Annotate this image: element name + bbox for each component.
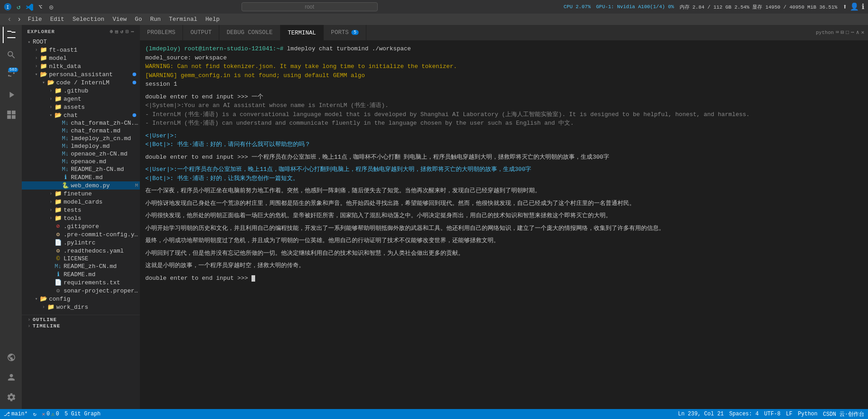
terminal-output[interactable]: (lmdeploy) root@intern-studio-121041:~# … xyxy=(140,41,868,409)
upload-icon[interactable]: ⬆ xyxy=(843,2,847,11)
sidebar-item-personal-assistant[interactable]: ▾ 📂 personal_assistant xyxy=(22,70,140,78)
run-debug-icon[interactable] xyxy=(3,87,19,103)
status-bar-right: Ln 239, Col 21 Spaces: 4 UTF-8 LF Python… xyxy=(678,410,865,418)
sidebar-item-work-dirs[interactable]: › 📁 work_dirs xyxy=(22,303,140,311)
timeline-header[interactable]: › TIMELINE xyxy=(22,323,140,329)
menu-help[interactable]: Help xyxy=(202,15,223,24)
nav-back[interactable]: ‹ xyxy=(5,15,14,24)
info-icon[interactable]: ℹ xyxy=(862,2,864,11)
git-branch[interactable]: ⎇ main* xyxy=(4,411,28,418)
git-branch-icon: ⎇ xyxy=(4,411,10,418)
tab-debug-console[interactable]: DEBUG CONSOLE xyxy=(219,25,280,40)
sidebar-item-tools[interactable]: › 📁 tools xyxy=(22,214,140,222)
line-ending[interactable]: LF xyxy=(786,411,792,417)
search-area[interactable] xyxy=(55,2,564,11)
sidebar-item-sonar[interactable]: ⚙ sonar-project.properties xyxy=(22,287,140,295)
tab-terminal[interactable]: TERMINAL xyxy=(281,25,324,40)
chevron-up-icon[interactable]: ∧ xyxy=(856,29,859,36)
sidebar-item-config[interactable]: ▾ 📂 config xyxy=(22,295,140,303)
menu-edit[interactable]: Edit xyxy=(46,15,68,24)
explorer-icon[interactable] xyxy=(3,27,19,43)
sidebar-item-chat-format[interactable]: M↓ chat_format.md xyxy=(22,127,140,135)
new-folder-icon[interactable]: ▤ xyxy=(115,29,119,34)
menu-terminal[interactable]: Terminal xyxy=(165,15,201,24)
close-panel-icon[interactable]: ✕ xyxy=(861,29,864,36)
sidebar-item-code-internlm[interactable]: ▾ 📂 code / InternLM xyxy=(22,78,140,87)
git-graph-label: 5 Git Graph xyxy=(64,411,100,417)
sidebar-item-readthedocs[interactable]: ⚙ .readthedocs.yaml xyxy=(22,247,140,255)
sidebar-item-nltk[interactable]: › 📁 nltk_data xyxy=(22,62,140,70)
sidebar-item-readme-info[interactable]: ℹ README.md xyxy=(22,173,140,181)
language-mode[interactable]: Python xyxy=(798,411,818,417)
source-control-icon[interactable]: 503 xyxy=(3,67,19,83)
more-options-icon[interactable]: ⋯ xyxy=(131,29,134,34)
sidebar-item-requirements[interactable]: 📄 requirements.txt xyxy=(22,278,140,287)
git-graph[interactable]: 5 Git Graph xyxy=(64,411,100,417)
collapse-explorer-icon[interactable]: ⊟ xyxy=(126,29,129,34)
terminal-icon[interactable]: ⌥ xyxy=(36,3,44,11)
tab-output[interactable]: OUTPUT xyxy=(183,25,219,40)
sidebar-item-chat[interactable]: ▾ 📂 chat xyxy=(22,111,140,119)
sidebar-item-chat-format-zhcn[interactable]: M↓ chat_format_zh-CN.md xyxy=(22,119,140,127)
menu-go[interactable]: Go xyxy=(131,15,146,24)
sidebar-item-ft-oast1[interactable]: › 📁 ft-oast1 xyxy=(22,46,140,54)
tree-root[interactable]: ▾ ROOT xyxy=(22,38,140,46)
menu-file[interactable]: File xyxy=(24,15,45,24)
search-input[interactable] xyxy=(242,2,378,11)
sidebar-item-gitignore[interactable]: ⊘ .gitignore xyxy=(22,222,140,230)
term-blank-5 xyxy=(145,183,863,186)
sidebar-item-openaoe[interactable]: M↓ openaoe.md xyxy=(22,158,140,166)
tab-ports[interactable]: PORTS 5 xyxy=(324,25,366,40)
sidebar-item-agent[interactable]: › 📁 agent xyxy=(22,95,140,103)
refresh-explorer-icon[interactable]: ↺ xyxy=(120,29,124,34)
sidebar-item-model-cards[interactable]: › 📁 model_cards xyxy=(22,198,140,206)
sidebar-item-web-demo[interactable]: 🐍 web_demo.py M xyxy=(22,181,140,190)
cursor-position[interactable]: Ln 239, Col 21 xyxy=(678,411,724,417)
sidebar-item-tests[interactable]: › 📁 tests xyxy=(22,206,140,214)
csdn-label[interactable]: CSDN 云·创作台 xyxy=(823,410,864,418)
svg-rect-2 xyxy=(7,111,11,114)
remote-icon[interactable] xyxy=(3,349,19,365)
settings-icon[interactable] xyxy=(3,389,19,405)
close-terminal-panel-icon[interactable]: ⋯ xyxy=(851,29,854,36)
terminal-type-label: python xyxy=(816,30,834,35)
account-icon[interactable] xyxy=(3,369,19,385)
indentation[interactable]: Spaces: 4 xyxy=(729,411,759,417)
sidebar-item-lmdeploy[interactable]: M↓ lmdeploy.md xyxy=(22,142,140,150)
terminal-line-21: 这就是小明的故事，一个程序员穿越时空，拯救大明的传奇。 xyxy=(145,261,863,270)
sidebar-item-license[interactable]: © LICENSE xyxy=(22,255,140,263)
top-bar: I ↺ ⌥ ◎ CPU 2.07% GPU-1: Nvidia A100(1/4… xyxy=(0,0,868,14)
tab-problems[interactable]: PROBLEMS xyxy=(140,25,183,40)
sidebar-item-readme-root[interactable]: ℹ README.md xyxy=(22,270,140,278)
error-count[interactable]: ✕ 0 ⚠ 0 xyxy=(42,411,59,418)
extra-icon[interactable]: ◎ xyxy=(47,3,55,11)
user-icon[interactable]: 👤 xyxy=(850,2,859,11)
term-blank-8 xyxy=(145,220,863,224)
refresh-icon[interactable]: ↺ xyxy=(15,3,23,11)
nav-forward[interactable]: › xyxy=(15,15,24,24)
menu-view[interactable]: View xyxy=(109,15,130,24)
sidebar-item-lmdeploy-zhcn[interactable]: M↓ lmdeploy_zh_cn.md xyxy=(22,135,140,142)
new-file-icon[interactable]: ⊕ xyxy=(110,29,113,34)
encoding[interactable]: UTF-8 xyxy=(764,411,780,417)
outline-header[interactable]: › OUTLINE xyxy=(22,315,140,323)
sidebar-item-finetune[interactable]: › 📁 finetune xyxy=(22,190,140,198)
sidebar-item-readme-zhcn-root[interactable]: M↓ README_zh-CN.md xyxy=(22,263,140,270)
extensions-icon[interactable] xyxy=(3,107,19,123)
yaml-icon: ⚙ xyxy=(54,231,62,238)
menu-run[interactable]: Run xyxy=(147,15,164,24)
sidebar-item-pre-commit[interactable]: ⚙ .pre-commit-config.yaml xyxy=(22,230,140,239)
sidebar-item-assets[interactable]: › 📁 assets xyxy=(22,103,140,111)
sidebar-item-github[interactable]: › 📁 .github xyxy=(22,87,140,95)
sidebar-item-readme-zhcn[interactable]: M↓ README_zh-CN.md xyxy=(22,166,140,173)
folder-icon: 📁 xyxy=(47,303,54,311)
sidebar-item-model[interactable]: › 📁 model xyxy=(22,54,140,62)
sidebar-item-openaoe-zhcn[interactable]: M↓ openaoe_zh-CN.md xyxy=(22,150,140,158)
sync-status[interactable]: ↻ xyxy=(33,411,36,418)
search-icon[interactable] xyxy=(3,47,19,63)
sidebar-item-pylintrc[interactable]: 📄 .pylintrc xyxy=(22,239,140,247)
split-terminal-icon[interactable]: ⊟ xyxy=(841,29,844,36)
modified-marker: M xyxy=(135,183,138,188)
maximize-terminal-icon[interactable]: □ xyxy=(846,29,849,36)
menu-selection[interactable]: Selection xyxy=(69,15,108,24)
